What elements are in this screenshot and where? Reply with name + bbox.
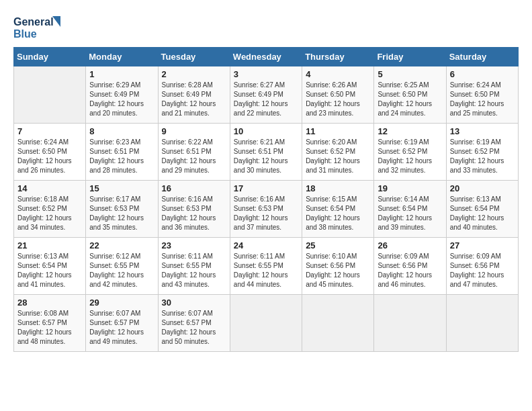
page-header: GeneralBlue (13, 13, 519, 40)
calendar-day-cell: 22Sunrise: 6:12 AM Sunset: 6:55 PM Dayli… (86, 238, 158, 295)
day-info: Sunrise: 6:12 AM Sunset: 6:55 PM Dayligh… (89, 252, 154, 289)
calendar-day-cell: 16Sunrise: 6:16 AM Sunset: 6:53 PM Dayli… (158, 181, 230, 238)
day-number: 3 (234, 69, 298, 79)
calendar-day-cell (302, 295, 374, 352)
day-info: Sunrise: 6:09 AM Sunset: 6:56 PM Dayligh… (378, 252, 442, 289)
calendar-day-cell: 21Sunrise: 6:13 AM Sunset: 6:54 PM Dayli… (14, 238, 86, 295)
day-info: Sunrise: 6:19 AM Sunset: 6:52 PM Dayligh… (378, 138, 442, 175)
day-number: 18 (306, 183, 370, 193)
calendar-day-cell: 8Sunrise: 6:23 AM Sunset: 6:51 PM Daylig… (86, 124, 158, 181)
day-info: Sunrise: 6:07 AM Sunset: 6:57 PM Dayligh… (162, 309, 226, 347)
calendar-day-cell: 6Sunrise: 6:24 AM Sunset: 6:50 PM Daylig… (446, 66, 518, 124)
weekday-header-sunday: Sunday (14, 48, 86, 66)
day-number: 17 (234, 183, 298, 193)
day-number: 21 (17, 240, 82, 250)
day-number: 30 (162, 298, 226, 308)
calendar-day-cell: 7Sunrise: 6:24 AM Sunset: 6:50 PM Daylig… (14, 124, 86, 181)
calendar-week-row: 14Sunrise: 6:18 AM Sunset: 6:52 PM Dayli… (14, 181, 519, 238)
calendar-day-cell: 10Sunrise: 6:21 AM Sunset: 6:51 PM Dayli… (230, 124, 302, 181)
weekday-header-row: SundayMondayTuesdayWednesdayThursdayFrid… (14, 48, 519, 66)
day-number: 1 (89, 69, 154, 79)
calendar-day-cell: 17Sunrise: 6:16 AM Sunset: 6:53 PM Dayli… (230, 181, 302, 238)
day-info: Sunrise: 6:15 AM Sunset: 6:54 PM Dayligh… (306, 195, 370, 232)
day-info: Sunrise: 6:17 AM Sunset: 6:53 PM Dayligh… (89, 195, 154, 232)
day-number: 11 (306, 126, 370, 136)
calendar-day-cell: 3Sunrise: 6:27 AM Sunset: 6:49 PM Daylig… (230, 66, 302, 124)
day-number: 14 (17, 183, 82, 193)
calendar-day-cell: 24Sunrise: 6:11 AM Sunset: 6:55 PM Dayli… (230, 238, 302, 295)
day-info: Sunrise: 6:24 AM Sunset: 6:50 PM Dayligh… (450, 81, 515, 118)
day-number: 5 (378, 69, 442, 79)
day-info: Sunrise: 6:13 AM Sunset: 6:54 PM Dayligh… (17, 252, 82, 289)
svg-marker-2 (52, 16, 60, 27)
day-info: Sunrise: 6:24 AM Sunset: 6:50 PM Dayligh… (17, 138, 82, 175)
calendar-day-cell: 19Sunrise: 6:14 AM Sunset: 6:54 PM Dayli… (374, 181, 446, 238)
svg-text:Blue: Blue (13, 28, 37, 40)
day-number: 24 (234, 240, 298, 250)
day-info: Sunrise: 6:20 AM Sunset: 6:52 PM Dayligh… (306, 138, 370, 175)
day-info: Sunrise: 6:11 AM Sunset: 6:55 PM Dayligh… (162, 252, 226, 289)
calendar-day-cell: 1Sunrise: 6:29 AM Sunset: 6:49 PM Daylig… (86, 66, 158, 124)
day-number: 4 (306, 69, 370, 79)
calendar-week-row: 7Sunrise: 6:24 AM Sunset: 6:50 PM Daylig… (14, 124, 519, 181)
day-number: 10 (234, 126, 298, 136)
weekday-header-tuesday: Tuesday (158, 48, 230, 66)
day-info: Sunrise: 6:23 AM Sunset: 6:51 PM Dayligh… (89, 138, 154, 175)
day-info: Sunrise: 6:25 AM Sunset: 6:50 PM Dayligh… (378, 81, 442, 118)
svg-text:General: General (13, 16, 54, 28)
day-number: 13 (450, 126, 515, 136)
day-info: Sunrise: 6:16 AM Sunset: 6:53 PM Dayligh… (162, 195, 226, 232)
day-info: Sunrise: 6:14 AM Sunset: 6:54 PM Dayligh… (378, 195, 442, 232)
day-info: Sunrise: 6:10 AM Sunset: 6:56 PM Dayligh… (306, 252, 370, 289)
day-info: Sunrise: 6:27 AM Sunset: 6:49 PM Dayligh… (234, 81, 298, 118)
calendar-day-cell (446, 295, 518, 352)
day-number: 15 (89, 183, 154, 193)
day-number: 25 (306, 240, 370, 250)
calendar-day-cell: 25Sunrise: 6:10 AM Sunset: 6:56 PM Dayli… (302, 238, 374, 295)
calendar-day-cell: 18Sunrise: 6:15 AM Sunset: 6:54 PM Dayli… (302, 181, 374, 238)
day-info: Sunrise: 6:16 AM Sunset: 6:53 PM Dayligh… (234, 195, 298, 232)
calendar-day-cell: 2Sunrise: 6:28 AM Sunset: 6:49 PM Daylig… (158, 66, 230, 124)
calendar-day-cell: 12Sunrise: 6:19 AM Sunset: 6:52 PM Dayli… (374, 124, 446, 181)
day-number: 27 (450, 240, 515, 250)
calendar-day-cell: 15Sunrise: 6:17 AM Sunset: 6:53 PM Dayli… (86, 181, 158, 238)
calendar-day-cell: 4Sunrise: 6:26 AM Sunset: 6:50 PM Daylig… (302, 66, 374, 124)
calendar-day-cell (374, 295, 446, 352)
day-info: Sunrise: 6:08 AM Sunset: 6:57 PM Dayligh… (17, 309, 82, 347)
day-info: Sunrise: 6:11 AM Sunset: 6:55 PM Dayligh… (234, 252, 298, 289)
day-info: Sunrise: 6:19 AM Sunset: 6:52 PM Dayligh… (450, 138, 515, 175)
day-info: Sunrise: 6:07 AM Sunset: 6:57 PM Dayligh… (89, 309, 154, 347)
calendar-week-row: 28Sunrise: 6:08 AM Sunset: 6:57 PM Dayli… (14, 295, 519, 352)
day-info: Sunrise: 6:21 AM Sunset: 6:51 PM Dayligh… (234, 138, 298, 175)
day-number: 23 (162, 240, 226, 250)
calendar-day-cell: 5Sunrise: 6:25 AM Sunset: 6:50 PM Daylig… (374, 66, 446, 124)
day-info: Sunrise: 6:26 AM Sunset: 6:50 PM Dayligh… (306, 81, 370, 118)
day-number: 20 (450, 183, 515, 193)
weekday-header-wednesday: Wednesday (230, 48, 302, 66)
weekday-header-thursday: Thursday (302, 48, 374, 66)
calendar-day-cell: 27Sunrise: 6:09 AM Sunset: 6:56 PM Dayli… (446, 238, 518, 295)
day-info: Sunrise: 6:09 AM Sunset: 6:56 PM Dayligh… (450, 252, 515, 289)
calendar-day-cell: 14Sunrise: 6:18 AM Sunset: 6:52 PM Dayli… (14, 181, 86, 238)
weekday-header-monday: Monday (86, 48, 158, 66)
calendar-day-cell (14, 66, 86, 124)
day-number: 12 (378, 126, 442, 136)
logo: GeneralBlue (13, 13, 67, 40)
calendar-day-cell: 28Sunrise: 6:08 AM Sunset: 6:57 PM Dayli… (14, 295, 86, 352)
calendar-day-cell: 9Sunrise: 6:22 AM Sunset: 6:51 PM Daylig… (158, 124, 230, 181)
calendar-day-cell: 26Sunrise: 6:09 AM Sunset: 6:56 PM Dayli… (374, 238, 446, 295)
day-number: 22 (89, 240, 154, 250)
logo-icon: GeneralBlue (13, 13, 67, 40)
day-number: 2 (162, 69, 226, 79)
day-number: 16 (162, 183, 226, 193)
calendar-day-cell: 13Sunrise: 6:19 AM Sunset: 6:52 PM Dayli… (446, 124, 518, 181)
calendar-day-cell: 20Sunrise: 6:13 AM Sunset: 6:54 PM Dayli… (446, 181, 518, 238)
calendar-week-row: 1Sunrise: 6:29 AM Sunset: 6:49 PM Daylig… (14, 66, 519, 124)
day-number: 28 (17, 298, 82, 308)
calendar-week-row: 21Sunrise: 6:13 AM Sunset: 6:54 PM Dayli… (14, 238, 519, 295)
weekday-header-saturday: Saturday (446, 48, 518, 66)
day-number: 26 (378, 240, 442, 250)
calendar-day-cell: 23Sunrise: 6:11 AM Sunset: 6:55 PM Dayli… (158, 238, 230, 295)
calendar-day-cell: 11Sunrise: 6:20 AM Sunset: 6:52 PM Dayli… (302, 124, 374, 181)
day-number: 29 (89, 298, 154, 308)
